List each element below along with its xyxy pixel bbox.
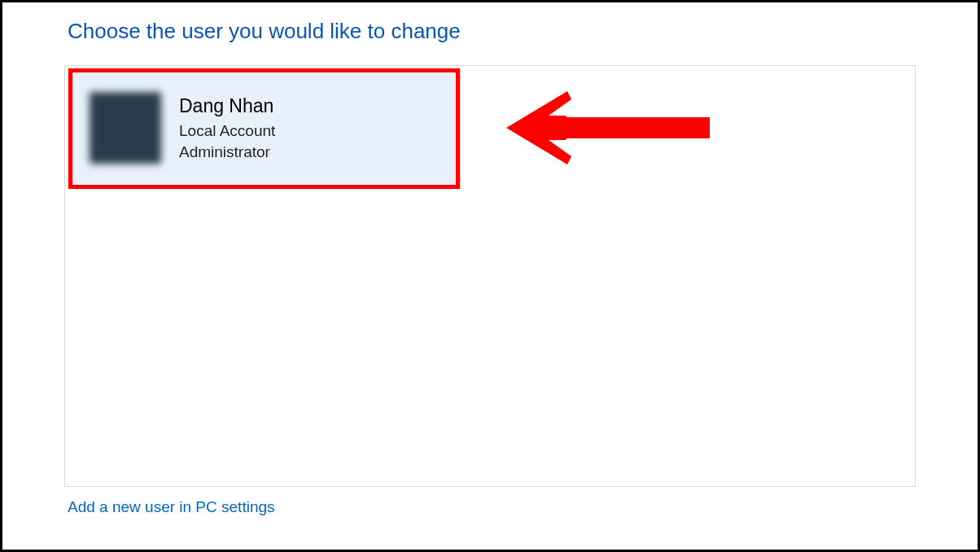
user-info: Dang Nhan Local Account Administrator xyxy=(179,94,275,162)
user-tile[interactable]: Dang Nhan Local Account Administrator xyxy=(72,71,456,185)
svg-marker-0 xyxy=(506,91,710,164)
user-role: Administrator xyxy=(179,142,275,163)
add-new-user-link[interactable]: Add a new user in PC settings xyxy=(68,498,275,516)
page-title: Choose the user you would like to change xyxy=(68,19,916,44)
users-list-container: Dang Nhan Local Account Administrator xyxy=(64,65,916,487)
annotation-arrow-icon xyxy=(506,87,710,172)
avatar xyxy=(90,92,161,164)
user-account-type: Local Account xyxy=(179,120,275,142)
user-name: Dang Nhan xyxy=(179,94,275,119)
